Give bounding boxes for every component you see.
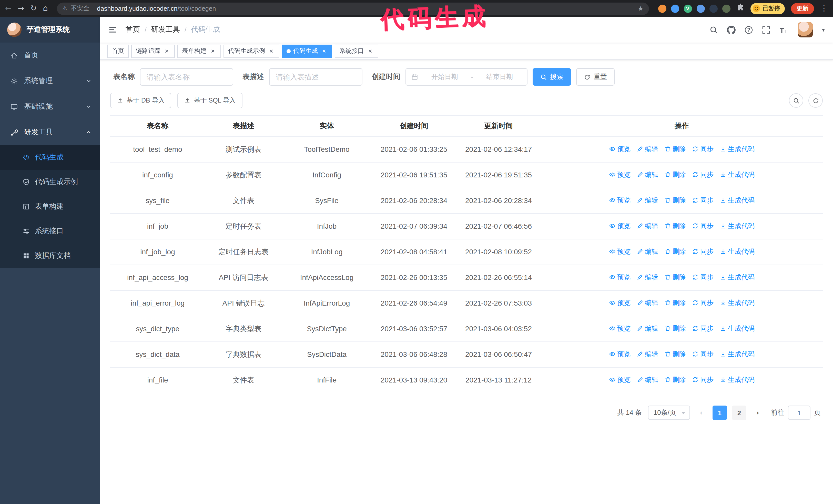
sidebar-item-codegen-example[interactable]: 代码生成示例 [0, 170, 100, 194]
toggle-search-button[interactable] [789, 93, 803, 108]
tab-item[interactable]: 表单构建× [177, 44, 221, 58]
row-action-edit[interactable]: 编辑 [637, 195, 658, 206]
row-action-generate[interactable]: 生成代码 [720, 272, 755, 283]
browser-forward-icon[interactable]: → [18, 5, 24, 12]
tab-item[interactable]: 系统接口× [335, 44, 378, 58]
row-action-preview[interactable]: 预览 [609, 195, 630, 206]
tab-item[interactable]: 代码生成示例× [223, 44, 279, 58]
row-action-edit[interactable]: 编辑 [637, 323, 658, 334]
goto-page-input[interactable] [788, 406, 810, 420]
row-action-generate[interactable]: 生成代码 [720, 323, 755, 334]
import-sql-button[interactable]: 基于 SQL 导入 [177, 93, 242, 108]
tab-close-icon[interactable]: × [268, 47, 275, 55]
row-action-preview[interactable]: 预览 [609, 323, 630, 334]
sidebar-item-form-builder[interactable]: 表单构建 [0, 194, 100, 219]
row-action-generate[interactable]: 生成代码 [720, 297, 755, 308]
profile-paused-badge[interactable]: 已暂停 [750, 3, 785, 14]
row-action-generate[interactable]: 生成代码 [720, 195, 755, 206]
prev-page-button[interactable]: ‹ [695, 406, 708, 420]
font-size-icon[interactable]: TT [780, 25, 789, 34]
row-action-sync[interactable]: 同步 [692, 323, 714, 334]
row-action-preview[interactable]: 预览 [609, 144, 630, 154]
row-action-generate[interactable]: 生成代码 [720, 144, 755, 154]
row-action-edit[interactable]: 编辑 [637, 374, 658, 385]
row-action-generate[interactable]: 生成代码 [720, 169, 755, 180]
row-action-edit[interactable]: 编辑 [637, 220, 658, 231]
tab-close-icon[interactable]: × [320, 47, 328, 55]
row-action-delete[interactable]: 删除 [664, 195, 686, 206]
sidebar-item-codegen[interactable]: 代码生成 [0, 145, 100, 170]
row-action-delete[interactable]: 删除 [664, 297, 686, 308]
row-action-sync[interactable]: 同步 [692, 272, 714, 283]
sidebar-item-system-api[interactable]: 系统接口 [0, 219, 100, 243]
row-action-generate[interactable]: 生成代码 [720, 349, 755, 359]
tab-item[interactable]: 链路追踪× [131, 44, 175, 58]
extension-icon-orange[interactable] [658, 4, 666, 13]
page-button-1[interactable]: 1 [713, 406, 727, 420]
row-action-edit[interactable]: 编辑 [637, 246, 658, 257]
row-action-preview[interactable]: 预览 [609, 272, 630, 283]
next-page-button[interactable]: › [752, 406, 764, 420]
row-action-delete[interactable]: 删除 [664, 272, 686, 283]
extension-icon-blue[interactable] [671, 4, 679, 13]
browser-menu-kebab-icon[interactable]: ⋮ [820, 5, 828, 12]
fullscreen-icon[interactable] [762, 25, 771, 34]
extensions-puzzle-icon[interactable] [736, 4, 744, 13]
row-action-delete[interactable]: 删除 [664, 169, 686, 180]
sidebar-item-dev-tools[interactable]: 研发工具 [0, 119, 100, 145]
row-action-delete[interactable]: 删除 [664, 220, 686, 231]
avatar-caret-down-icon[interactable]: ▾ [822, 26, 825, 33]
tab-close-icon[interactable]: × [209, 47, 216, 55]
tab-item[interactable]: 首页 [107, 44, 129, 58]
row-action-edit[interactable]: 编辑 [637, 169, 658, 180]
extension-icon-duo[interactable] [696, 4, 705, 13]
browser-reload-icon[interactable]: ↻ [30, 5, 37, 12]
tab-item[interactable]: 代码生成× [282, 44, 332, 58]
bookmark-star-icon[interactable]: ★ [638, 5, 644, 12]
table-desc-input[interactable] [269, 68, 362, 86]
row-action-sync[interactable]: 同步 [692, 195, 714, 206]
import-db-button[interactable]: 基于 DB 导入 [110, 93, 171, 108]
tab-close-icon[interactable]: × [366, 47, 374, 55]
row-action-preview[interactable]: 预览 [609, 374, 630, 385]
row-action-delete[interactable]: 删除 [664, 144, 686, 154]
page-size-select[interactable]: 10条/页 [648, 406, 690, 420]
address-bar[interactable]: ⚠ 不安全 dashboard.yudao.iocoder.cn/tool/co… [57, 2, 649, 15]
extension-icon-vue-devtools[interactable]: V [684, 4, 692, 13]
tab-close-icon[interactable]: × [163, 47, 170, 55]
hamburger-menu-icon[interactable] [108, 25, 117, 34]
sidebar-item-home[interactable]: 首页 [0, 43, 100, 68]
reset-button[interactable]: 重置 [576, 68, 615, 86]
row-action-preview[interactable]: 预览 [609, 169, 630, 180]
browser-back-icon[interactable]: ← [5, 5, 11, 12]
help-icon[interactable] [744, 25, 753, 34]
row-action-generate[interactable]: 生成代码 [720, 246, 755, 257]
refresh-table-button[interactable] [808, 93, 823, 108]
breadcrumb-item[interactable]: 研发工具 [151, 25, 180, 34]
search-icon[interactable] [710, 25, 718, 34]
row-action-generate[interactable]: 生成代码 [720, 220, 755, 231]
row-action-preview[interactable]: 预览 [609, 246, 630, 257]
row-action-delete[interactable]: 删除 [664, 246, 686, 257]
breadcrumb-item[interactable]: 首页 [125, 25, 140, 34]
row-action-sync[interactable]: 同步 [692, 297, 714, 308]
row-action-preview[interactable]: 预览 [609, 349, 630, 359]
row-action-delete[interactable]: 删除 [664, 374, 686, 385]
sidebar-item-system-management[interactable]: 系统管理 [0, 68, 100, 94]
user-avatar[interactable] [798, 22, 813, 38]
row-action-preview[interactable]: 预览 [609, 220, 630, 231]
row-action-delete[interactable]: 删除 [664, 323, 686, 334]
row-action-sync[interactable]: 同步 [692, 349, 714, 359]
extension-icon-capture[interactable] [709, 4, 717, 13]
row-action-sync[interactable]: 同步 [692, 374, 714, 385]
sidebar-item-infrastructure[interactable]: 基础设施 [0, 94, 100, 119]
row-action-preview[interactable]: 预览 [609, 297, 630, 308]
browser-home-icon[interactable]: ⌂ [43, 5, 48, 12]
row-action-sync[interactable]: 同步 [692, 169, 714, 180]
row-action-edit[interactable]: 编辑 [637, 144, 658, 154]
search-button[interactable]: 搜索 [532, 68, 571, 86]
extension-icon-mono[interactable] [722, 4, 730, 13]
row-action-generate[interactable]: 生成代码 [720, 374, 755, 385]
row-action-delete[interactable]: 删除 [664, 349, 686, 359]
row-action-sync[interactable]: 同步 [692, 246, 714, 257]
